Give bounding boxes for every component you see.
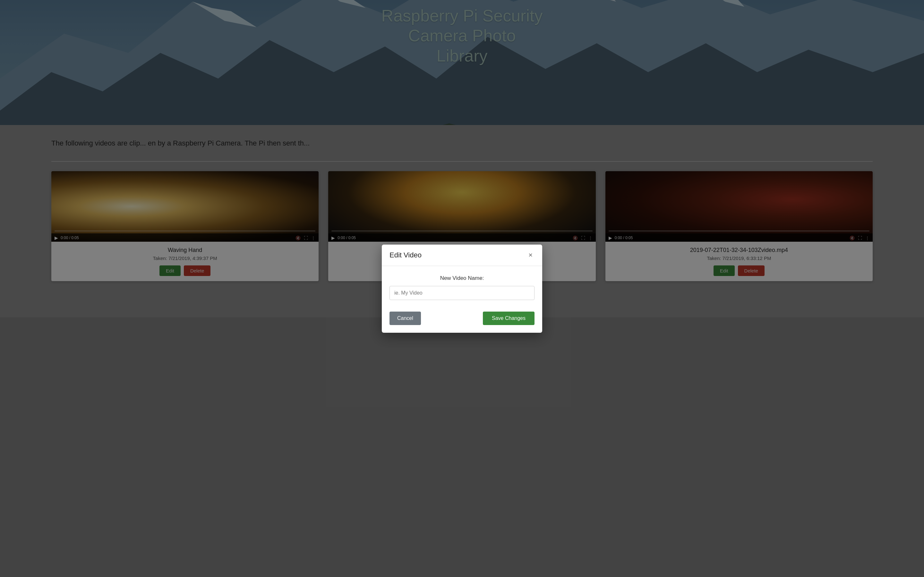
- video-name-input[interactable]: [389, 286, 535, 300]
- save-changes-button[interactable]: Save Changes: [483, 311, 535, 325]
- modal-title: Edit Video: [389, 251, 422, 259]
- modal-body: New Video Name:: [382, 266, 542, 306]
- cancel-button[interactable]: Cancel: [389, 311, 421, 325]
- close-button[interactable]: ×: [527, 251, 535, 259]
- edit-video-modal: Edit Video × New Video Name: Cancel Save…: [382, 245, 542, 333]
- modal-label: New Video Name:: [389, 275, 535, 282]
- modal-footer: Cancel Save Changes: [382, 306, 542, 333]
- modal-overlay[interactable]: Edit Video × New Video Name: Cancel Save…: [0, 0, 924, 577]
- modal-header: Edit Video ×: [382, 245, 542, 266]
